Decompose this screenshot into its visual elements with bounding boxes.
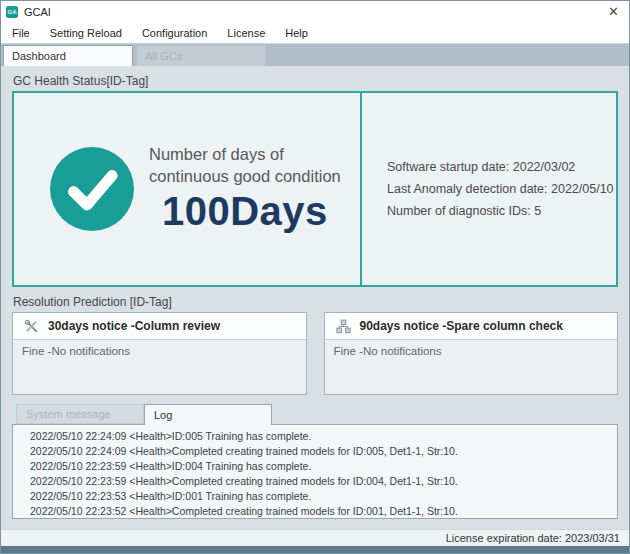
card-30days-title: 30days notice -Column review [48,319,220,333]
tab-log[interactable]: Log [144,404,272,425]
menu-license[interactable]: License [217,24,275,42]
log-tabstrip: System message Log [12,404,618,424]
log-entry: 2022/05/10 22:23:59 <Health>Completed cr… [30,474,613,489]
app-window: GA GCAI ✕ File Setting Reload Configurat… [0,0,630,554]
health-info-pane: Software startup date: 2022/03/02 Last A… [362,93,616,285]
resolution-section-title: Resolution Prediction [ID-Tag] [13,295,618,309]
menu-file[interactable]: File [2,24,40,42]
tab-dashboard[interactable]: Dashboard [3,45,133,66]
boxes-icon [336,319,351,334]
app-icon: GA [6,6,18,18]
menu-configuration[interactable]: Configuration [132,24,217,42]
health-status-panel: Number of days of continuous good condit… [12,91,618,287]
days-label-line1: Number of days of [149,144,341,166]
card-90days-title: 90days notice -Spare column check [360,319,563,333]
log-entry: 2022/05/10 22:24:09 <Health>Completed cr… [30,444,613,459]
window-title: GCAI [24,6,51,18]
log-entry: 2022/05/10 22:24:09 <Health>ID:005 Train… [30,429,613,444]
days-text-block: Number of days of continuous good condit… [149,144,341,234]
menu-setting-reload[interactable]: Setting Reload [40,24,132,42]
last-anomaly-date: Last Anomaly detection date: 2022/05/10 [387,182,616,196]
card-90days-notice: 90days notice -Spare column check Fine -… [324,312,619,395]
close-icon[interactable]: ✕ [608,5,619,18]
log-entry: 2022/05/10 22:23:53 <Health>ID:001 Train… [30,489,613,504]
card-30days-notice: 30days notice -Column review Fine -No no… [12,312,307,395]
resolution-cards: 30days notice -Column review Fine -No no… [12,312,618,395]
tab-all-gcs[interactable]: All GCs [136,45,266,66]
days-label-line2: continuous good condition [149,166,341,188]
card-30days-header: 30days notice -Column review [13,313,306,340]
health-days-pane: Number of days of continuous good condit… [14,93,362,285]
software-startup-date: Software startup date: 2022/03/02 [387,160,616,174]
card-90days-header: 90days notice -Spare column check [325,313,618,340]
log-output[interactable]: 2022/05/10 22:24:09 <Health>ID:005 Train… [12,424,618,519]
health-section-title: GC Health Status[ID-Tag] [13,74,618,88]
card-30days-body: Fine -No notifications [13,340,306,362]
license-expiration-text: License expiration date: 2023/03/31 [446,532,620,544]
days-count-value: 100Days [149,189,341,234]
status-bar: License expiration date: 2023/03/31 [1,529,629,546]
tools-icon [24,319,39,334]
menu-help[interactable]: Help [275,24,318,42]
diagnostic-ids-count: Number of diagnostic IDs: 5 [387,204,616,218]
tab-system-message[interactable]: System message [16,404,144,424]
view-tabstrip: Dashboard All GCs [1,43,629,66]
title-bar: GA GCAI ✕ [1,1,629,22]
card-90days-body: Fine -No notifications [325,340,618,362]
check-circle-icon [50,147,134,231]
log-entry: 2022/05/10 22:23:52 <Health>Completed cr… [30,504,613,519]
dashboard-content: GC Health Status[ID-Tag] Number of days … [1,66,629,529]
log-entry: 2022/05/10 22:23:59 <Health>ID:004 Train… [30,459,613,474]
window-bottom-edge [1,546,629,553]
menu-bar: File Setting Reload Configuration Licens… [1,22,629,43]
